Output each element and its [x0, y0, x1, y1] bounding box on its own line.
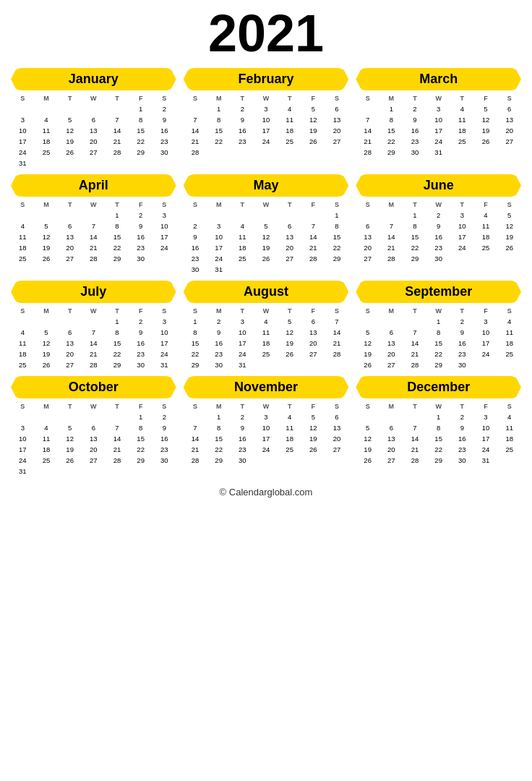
month-block-february: FebruarySMTWTFS1234567891011121314151617…: [184, 68, 349, 168]
day-cell: 10: [11, 433, 35, 444]
day-cell: 19: [356, 444, 379, 455]
day-cell: 20: [379, 349, 403, 359]
days-grid-december: SMTWTFS123456789101112131415161718192021…: [356, 401, 521, 466]
day-cell: 20: [325, 125, 349, 136]
day-cell: 5: [497, 210, 521, 221]
day-cell: 6: [379, 422, 403, 433]
day-header: F: [301, 93, 325, 103]
empty-cell: [356, 316, 379, 327]
day-cell: 20: [278, 242, 301, 253]
day-header: W: [254, 93, 278, 103]
day-cell: 15: [184, 338, 207, 349]
empty-cell: [184, 103, 207, 114]
day-cell: 13: [325, 114, 349, 125]
day-cell: 17: [11, 136, 35, 147]
day-header: W: [82, 306, 106, 316]
day-cell: 15: [207, 125, 231, 136]
day-cell: 11: [474, 221, 498, 231]
day-cell: 14: [403, 338, 427, 349]
day-cell: 24: [153, 349, 176, 359]
day-header: S: [11, 401, 35, 411]
day-cell: 28: [82, 253, 106, 264]
day-header: W: [426, 93, 450, 103]
day-cell: 17: [474, 433, 498, 444]
day-header: W: [82, 401, 106, 411]
day-cell: 24: [450, 242, 474, 253]
day-header: T: [58, 93, 82, 103]
day-cell: 19: [58, 136, 82, 147]
calendar-grid: JanuarySMTWTFS12345678910111213141516171…: [11, 68, 521, 477]
day-cell: 13: [356, 231, 379, 242]
day-cell: 18: [450, 125, 474, 136]
day-cell: 29: [207, 455, 231, 466]
day-cell: 1: [325, 210, 349, 221]
day-cell: 17: [11, 444, 35, 455]
day-cell: 6: [325, 103, 349, 114]
day-cell: 7: [184, 422, 207, 433]
empty-cell: [11, 210, 35, 221]
day-cell: 13: [379, 338, 403, 349]
day-cell: 2: [450, 316, 474, 327]
day-cell: 9: [450, 327, 474, 338]
day-header: M: [207, 93, 231, 103]
day-cell: 16: [231, 125, 254, 136]
day-cell: 3: [207, 221, 231, 231]
day-cell: 18: [11, 242, 35, 253]
day-cell: 24: [474, 444, 498, 455]
day-cell: 8: [184, 327, 207, 338]
day-cell: 22: [426, 444, 450, 455]
day-header: M: [35, 93, 59, 103]
day-cell: 28: [325, 349, 349, 359]
day-cell: 22: [207, 136, 231, 147]
day-header: T: [278, 401, 301, 411]
day-header: T: [403, 200, 427, 210]
day-cell: 27: [325, 444, 349, 455]
day-cell: 28: [379, 253, 403, 264]
day-cell: 10: [254, 114, 278, 125]
day-header: W: [254, 306, 278, 316]
day-cell: 24: [474, 349, 498, 359]
day-cell: 26: [35, 253, 59, 264]
month-header-june: June: [356, 174, 521, 197]
day-cell: 9: [231, 114, 254, 125]
day-cell: 2: [450, 411, 474, 422]
day-cell: 20: [497, 125, 521, 136]
day-cell: 17: [450, 231, 474, 242]
day-cell: 28: [301, 253, 325, 264]
day-cell: 19: [301, 433, 325, 444]
day-header: T: [231, 401, 254, 411]
day-cell: 18: [231, 242, 254, 253]
day-cell: 29: [379, 147, 403, 158]
day-header: S: [11, 306, 35, 316]
day-cell: 5: [278, 316, 301, 327]
day-header: M: [379, 401, 403, 411]
day-cell: 16: [184, 242, 207, 253]
empty-cell: [82, 411, 106, 422]
day-header: M: [207, 401, 231, 411]
day-cell: 24: [254, 136, 278, 147]
month-block-october: OctoberSMTWTFS12345678910111213141516171…: [11, 376, 176, 477]
day-header: T: [403, 93, 427, 103]
day-cell: 2: [153, 103, 176, 114]
day-cell: 2: [403, 103, 427, 114]
day-cell: 19: [474, 125, 498, 136]
day-cell: 4: [278, 411, 301, 422]
day-cell: 24: [231, 349, 254, 359]
day-header: S: [325, 401, 349, 411]
days-grid-september: SMTWTFS123456789101112131415161718192021…: [356, 306, 521, 370]
day-cell: 11: [35, 433, 59, 444]
day-header: T: [231, 200, 254, 210]
day-cell: 1: [106, 316, 129, 327]
day-cell: 7: [184, 114, 207, 125]
day-cell: 8: [207, 114, 231, 125]
days-grid-october: SMTWTFS123456789101112131415161718192021…: [11, 401, 176, 477]
day-cell: 6: [301, 316, 325, 327]
month-block-november: NovemberSMTWTFS1234567891011121314151617…: [184, 376, 349, 477]
day-cell: 26: [35, 359, 59, 370]
month-header-december: December: [356, 376, 521, 398]
month-block-june: JuneSMTWTFS12345678910111213141516171819…: [356, 174, 521, 275]
empty-cell: [254, 210, 278, 221]
day-cell: 23: [129, 242, 153, 253]
day-cell: 27: [356, 253, 379, 264]
day-cell: 10: [426, 114, 450, 125]
